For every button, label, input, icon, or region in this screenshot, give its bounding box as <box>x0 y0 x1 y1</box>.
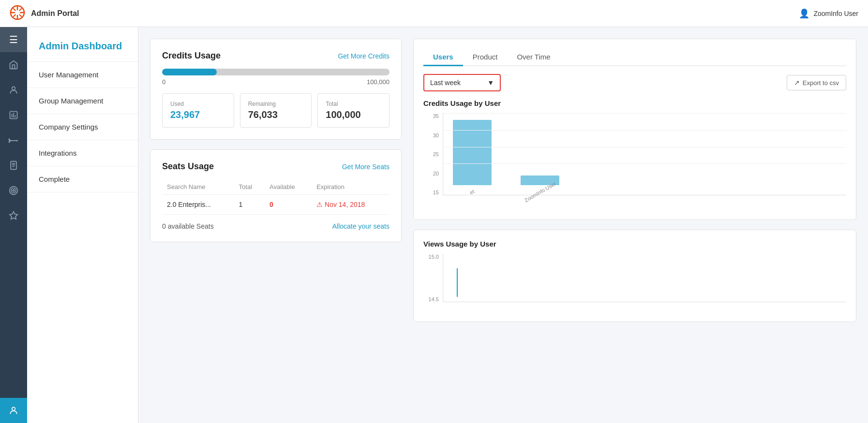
grid-line-3 <box>443 163 846 164</box>
chevron-down-icon: ▼ <box>487 79 494 87</box>
sidebar-item-integrations[interactable]: Integrations <box>27 140 138 166</box>
warn-icon: ⚠ <box>316 201 323 208</box>
svg-marker-21 <box>10 212 18 219</box>
seats-footer: 0 available Seats Allocate your seats <box>162 220 389 230</box>
y-label-15: 15 <box>433 190 439 195</box>
grid-line-1 <box>443 130 846 131</box>
tab-over-time[interactable]: Over Time <box>507 49 560 66</box>
stat-remaining: Remaining 76,033 <box>240 93 312 128</box>
views-y-label-bottom: 14.5 <box>429 296 439 302</box>
seats-table: Search Name Total Available Expiration 2… <box>162 179 389 215</box>
period-select[interactable]: Last week ▼ <box>423 74 501 91</box>
credits-progress-bar-container <box>162 69 389 75</box>
sidebar-icon-users[interactable] <box>0 77 27 102</box>
tab-users[interactable]: Users <box>423 49 463 66</box>
filter-row: Last week ▼ ↗ Export to csv <box>423 74 846 91</box>
stat-used: Used 23,967 <box>162 93 234 128</box>
credits-stats-grid: Used 23,967 Remaining 76,033 Total 100,0… <box>162 93 389 128</box>
seats-card-title: Seats Usage <box>162 161 214 172</box>
progress-min: 0 <box>162 78 165 86</box>
stat-remaining-value: 76,033 <box>248 109 304 120</box>
sidebar-item-user-management[interactable]: User Management <box>27 62 138 88</box>
tab-product[interactable]: Product <box>463 49 508 66</box>
main-content: Credits Usage Get More Credits 0 100,000… <box>138 27 868 423</box>
sidebar-icon-reports[interactable] <box>0 102 27 128</box>
y-label-20: 20 <box>433 171 439 176</box>
views-chart-card: Views Usage by User 15.0 14.5 <box>413 230 856 322</box>
bar-group-zoominfo: ZoomInfo User <box>521 175 559 195</box>
y-label-30: 30 <box>433 132 439 138</box>
sidebar-icon-target[interactable] <box>0 178 27 203</box>
text-sidebar: Admin Dashboard User Management Group Ma… <box>27 27 138 423</box>
export-icon: ↗ <box>794 79 800 87</box>
bars-container: et ZoomInfo User <box>443 113 846 195</box>
export-button[interactable]: ↗ Export to csv <box>787 75 846 90</box>
credits-usage-card: Credits Usage Get More Credits 0 100,000… <box>150 39 402 140</box>
get-more-seats-link[interactable]: Get More Seats <box>342 163 389 171</box>
svg-point-20 <box>13 190 14 191</box>
stat-total-label: Total <box>326 101 381 107</box>
seats-card-header: Seats Usage Get More Seats <box>162 161 389 172</box>
y-axis: 35 30 25 20 15 <box>423 113 441 195</box>
bar-group-et: et <box>453 120 492 195</box>
line-chart-line <box>443 268 458 297</box>
user-avatar-icon: 👤 <box>799 8 809 19</box>
svg-line-6 <box>19 15 21 16</box>
svg-point-18 <box>10 187 18 195</box>
seat-available: 0 <box>265 195 312 215</box>
grid-line-2 <box>443 147 846 147</box>
stat-used-label: Used <box>170 101 226 107</box>
views-chart-title: Views Usage by User <box>423 240 846 248</box>
y-label-35: 35 <box>433 113 439 119</box>
sidebar-icon-megaphone[interactable] <box>0 128 27 153</box>
credits-chart-title: Credits Usage by User <box>423 99 846 107</box>
allocate-seats-link[interactable]: Allocate your seats <box>332 222 389 230</box>
progress-max: 100,000 <box>367 78 389 86</box>
svg-point-22 <box>12 407 15 410</box>
stat-used-value: 23,967 <box>170 109 226 120</box>
bar-chart-area: 35 30 25 20 15 <box>423 113 846 210</box>
line-chart-area: 15.0 14.5 <box>423 254 846 312</box>
export-label: Export to csv <box>803 79 839 87</box>
top-chart-card: Users Product Over Time Last week ▼ ↗ Ex… <box>413 39 856 220</box>
sidebar-icon-home[interactable] <box>0 52 27 77</box>
period-select-text: Last week <box>430 79 483 87</box>
y-label-25: 25 <box>433 151 439 157</box>
chart-tabs: Users Product Over Time <box>423 49 846 66</box>
table-row: 2.0 Enterpris... 1 0 ⚠ Nov 14, 2018 <box>162 195 389 215</box>
sidebar-item-group-management[interactable]: Group Management <box>27 88 138 114</box>
layout: ☰ Admin Dashboard User <box>0 27 868 423</box>
sidebar-item-complete[interactable]: Complete <box>27 166 138 192</box>
grid-lines <box>443 113 846 180</box>
views-y-axis: 15.0 14.5 <box>423 254 441 302</box>
bar-et <box>453 120 492 185</box>
credits-by-user-chart: Credits Usage by User 35 30 25 20 15 <box>423 99 846 210</box>
svg-line-7 <box>19 8 21 10</box>
stat-total-value: 100,000 <box>326 109 381 120</box>
seat-total: 1 <box>234 195 265 215</box>
stat-total: Total 100,000 <box>317 93 389 128</box>
bar-label-et: et <box>469 189 476 196</box>
progress-labels: 0 100,000 <box>162 78 389 86</box>
stat-remaining-label: Remaining <box>248 101 304 107</box>
icon-sidebar: ☰ <box>0 27 27 423</box>
seats-col-available: Available <box>265 179 312 195</box>
sidebar-item-company-settings[interactable]: Company Settings <box>27 114 138 140</box>
icon-sidebar-bottom <box>0 398 27 423</box>
sidebar-icon-star[interactable] <box>0 203 27 228</box>
svg-line-8 <box>14 15 15 16</box>
sidebar-icon-menu[interactable]: ☰ <box>0 27 27 52</box>
svg-point-9 <box>12 87 15 90</box>
sidebar-icon-clipboard[interactable] <box>0 153 27 178</box>
svg-point-19 <box>11 188 16 193</box>
get-more-credits-link[interactable]: Get More Credits <box>338 52 389 60</box>
available-seats-label: 0 available Seats <box>162 222 214 230</box>
seats-col-expiration: Expiration <box>312 179 389 195</box>
app-title: Admin Portal <box>31 9 79 18</box>
credits-card-title: Credits Usage <box>162 51 221 61</box>
left-column: Credits Usage Get More Credits 0 100,000… <box>150 39 402 411</box>
top-nav-right: 👤 ZoomInfo User <box>799 8 858 19</box>
sidebar-icon-contact[interactable] <box>0 398 27 423</box>
seats-col-total: Total <box>234 179 265 195</box>
credits-card-header: Credits Usage Get More Credits <box>162 51 389 61</box>
